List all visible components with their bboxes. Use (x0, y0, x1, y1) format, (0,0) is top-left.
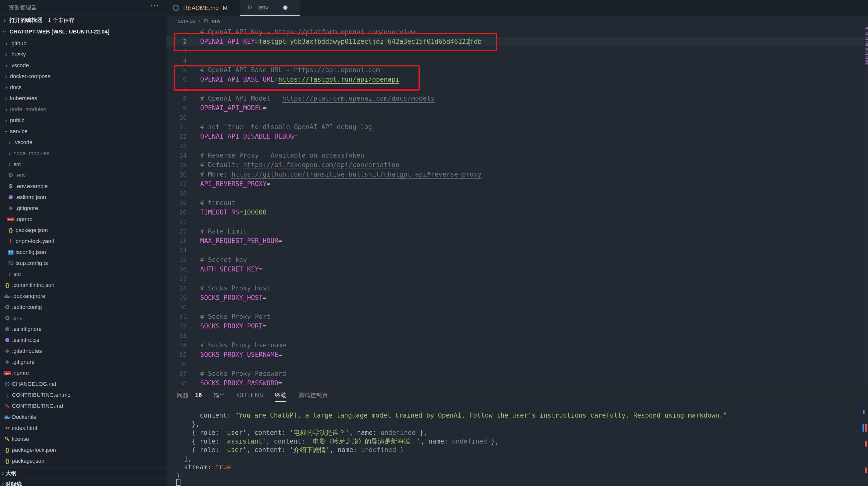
code-line-12[interactable]: 12OPENAI_API_DISABLE_DEBUG= (166, 132, 868, 141)
more-actions-icon[interactable]: ⋯ (150, 0, 159, 10)
code-line-4[interactable]: 4 (166, 56, 868, 65)
code-line-32[interactable]: 32SOCKS_PROXY_PORT= (166, 321, 868, 331)
code-line-35[interactable]: 35SOCKS_PROXY_USERNAME= (166, 350, 868, 360)
code-line-27[interactable]: 27 (166, 274, 868, 283)
code-line-37[interactable]: 37# Socks Proxy Password (166, 369, 868, 378)
tab-.env[interactable]: ⚙.env (240, 0, 300, 16)
code-line-26[interactable]: 26AUTH_SECRET_KEY= (166, 264, 868, 274)
code-line-15[interactable]: 15# Default: https://ai.fakeopen.com/api… (166, 160, 868, 170)
tab-README.md[interactable]: README.mdM (166, 0, 240, 16)
code-token: # timeout (200, 199, 235, 206)
tree-item-.commitlintrc.json[interactable]: {}.commitlintrc.json (0, 280, 166, 291)
tree-item-index.html[interactable]: <>index.html (0, 423, 166, 433)
code-line-9[interactable]: 9OPENAI_API_MODEL= (166, 103, 868, 113)
tree-item-.dockerignore[interactable]: .dockerignore (0, 291, 166, 302)
panel-tab-GITLENS[interactable]: GITLENS (237, 388, 263, 403)
panel-tab-问题[interactable]: 问题16 (177, 388, 202, 403)
code-line-21[interactable]: 21 (166, 217, 868, 227)
tree-item-.env.example[interactable]: $.env.example (0, 181, 166, 192)
tree-item-.gitattributes[interactable]: .gitattributes (0, 346, 166, 356)
tree-item-Dockerfile[interactable]: Dockerfile (0, 411, 166, 423)
code-line-18[interactable]: 18 (166, 189, 868, 198)
code-line-23[interactable]: 23MAX_REQUEST_PER_HOUR= (166, 236, 868, 246)
tree-item-CONTRIBUTING.en.md[interactable]: ↓CONTRIBUTING.en.md (0, 390, 166, 401)
sidebar-section-outline[interactable]: ›大纲 (0, 467, 166, 479)
tree-item-.vscode[interactable]: ›.vscode (0, 60, 166, 71)
code-line-20[interactable]: 20TIMEOUT_MS=100000 (166, 207, 868, 217)
code-line-11[interactable]: 11# set `true` to disable OpenAI API deb… (166, 122, 868, 132)
code-line-17[interactable]: 17API_REVERSE_PROXY= (166, 179, 868, 189)
terminal-output[interactable]: content: "You are ChatGPT, a large langu… (176, 411, 727, 480)
code-line-3[interactable]: 3 (166, 46, 868, 56)
tree-item-pnpm-lock.yaml[interactable]: !pnpm-lock.yaml (0, 236, 166, 247)
code-line-6[interactable]: 6OPENAI_API_BASE_URL=https://fastgpt.run… (166, 75, 868, 84)
code-line-25[interactable]: 25# Secret key (166, 255, 868, 264)
tree-item-package-lock.json[interactable]: {}package-lock.json (0, 445, 166, 456)
tree-item-package.json[interactable]: {}package.json (0, 225, 166, 236)
line-number: 12 (166, 132, 187, 141)
tree-item-kubernetes[interactable]: ›kubernetes (0, 93, 166, 104)
code-line-2[interactable]: 2OPENAI_API_KEY=fastgpt-y6b3axfbdd5wyp01… (166, 37, 868, 46)
code-line-31[interactable]: 31# Socks Proxy Port (166, 312, 868, 321)
tree-item-package.json[interactable]: {}package.json (0, 456, 166, 466)
chevron-right-icon: › (3, 73, 9, 80)
tree-item-.gitignore[interactable]: .gitignore (0, 356, 166, 368)
code-line-5[interactable]: 5# OpenAI API Base URL - https://api.ope… (166, 65, 868, 75)
panel-tab-终端[interactable]: 终端 (275, 388, 287, 403)
tree-item-.vscode[interactable]: ›.vscode (0, 137, 166, 148)
code-line-33[interactable]: 33 (166, 331, 868, 340)
code-line-22[interactable]: 22# Rate Limit (166, 227, 868, 236)
tree-item-src[interactable]: ›src (0, 269, 166, 280)
code-line-14[interactable]: 14# Reverse Proxy - Available on accessT… (166, 151, 868, 160)
tree-item-CONTRIBUTING.md[interactable]: CONTRIBUTING.md (0, 401, 166, 411)
tree-item-node_modules[interactable]: ›node_modules (0, 148, 166, 159)
tree-item-public[interactable]: ›public (0, 115, 166, 126)
sidebar-section-timeline[interactable]: ›时间线 (0, 479, 166, 486)
tree-item-.github[interactable]: ›.github (0, 38, 166, 49)
tree-item-.env[interactable]: ⚙.env (0, 170, 166, 181)
breadcrumb-item-env[interactable]: .env (210, 18, 221, 24)
code-line-34[interactable]: 34# Socks Proxy Username (166, 340, 868, 350)
tree-item-tsconfig.json[interactable]: TStsconfig.json (0, 247, 166, 258)
code-line-10[interactable]: 10 (166, 113, 868, 122)
minimap[interactable] (865, 26, 868, 387)
tree-item-tsup.config.ts[interactable]: TStsup.config.ts (0, 258, 166, 269)
tree-item-.npmrc[interactable]: npm.npmrc (0, 368, 166, 379)
tree-item-license[interactable]: license (0, 433, 166, 445)
code-line-13[interactable]: 13 (166, 141, 868, 151)
tree-item-docker-compose[interactable]: ›docker-compose (0, 71, 166, 82)
tree-item-.npmrc[interactable]: npm.npmrc (0, 214, 166, 225)
code-line-7[interactable]: 7 (166, 84, 868, 94)
tree-item-service[interactable]: ›service (0, 126, 166, 137)
tree-item-.eslintrc.json[interactable]: .eslintrc.json (0, 192, 166, 203)
code-line-1[interactable]: 1# OpenAI API Key - https://platform.ope… (166, 27, 868, 37)
code-line-36[interactable]: 36 (166, 360, 868, 369)
tree-item-.eslintignore[interactable]: .eslintignore (0, 324, 166, 335)
breadcrumb-item-service[interactable]: service (178, 18, 195, 24)
unsaved-dot-icon[interactable] (283, 5, 287, 10)
code-editor[interactable]: 1# OpenAI API Key - https://platform.ope… (166, 27, 868, 387)
tree-item-src[interactable]: ›src (0, 159, 166, 170)
open-editors-section[interactable]: › 打开的编辑器 1 个未保存 (0, 15, 166, 26)
tree-item-.env[interactable]: ⚙.env (0, 313, 166, 324)
panel-tab-输出[interactable]: 输出 (214, 388, 226, 403)
tree-item-node_modules[interactable]: ›node_modules (0, 104, 166, 115)
code-line-8[interactable]: 8# OpenAI API Model - https://platform.o… (166, 94, 868, 103)
code-line-29[interactable]: 29SOCKS_PROXY_HOST= (166, 293, 868, 303)
panel-tab-调试控制台[interactable]: 调试控制台 (298, 388, 328, 403)
tree-item-CHANGELOG.md[interactable]: CHANGELOG.md (0, 379, 166, 390)
code-line-24[interactable]: 24 (166, 246, 868, 255)
code-token: = (262, 104, 267, 112)
tree-item-.editorconfig[interactable]: ⚙.editorconfig (0, 302, 166, 313)
tree-item-.eslintrc.cjs[interactable]: .eslintrc.cjs (0, 335, 166, 346)
code-line-30[interactable]: 30 (166, 303, 868, 312)
project-root-section[interactable]: › CHATGPT-WEB [WSL: UBUNTU-22.04] (0, 26, 166, 37)
code-line-16[interactable]: 16# More: https://github.com/transitive-… (166, 170, 868, 179)
code-line-28[interactable]: 28# Socks Proxy Host (166, 283, 868, 293)
tree-item-docs[interactable]: ›docs (0, 82, 166, 93)
tree-item-.gitignore[interactable]: .gitignore (0, 203, 166, 214)
code-line-text: # OpenAI API Key - https://platform.open… (200, 28, 415, 36)
code-line-38[interactable]: 38SOCKS_PROXY_PASSWORD= (166, 378, 868, 387)
tree-item-.husky[interactable]: ›.husky (0, 49, 166, 60)
code-line-19[interactable]: 19# timeout (166, 198, 868, 207)
